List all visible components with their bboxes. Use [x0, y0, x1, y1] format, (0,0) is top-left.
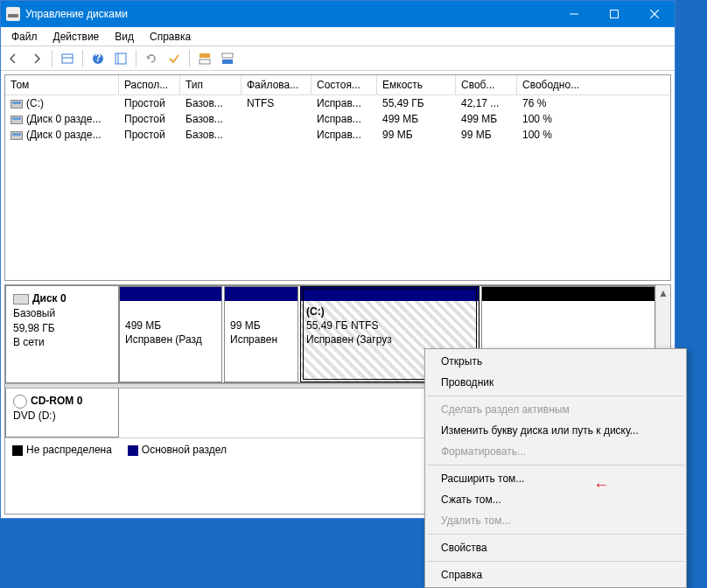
menu-view[interactable]: Вид [108, 29, 141, 45]
ctx-explorer[interactable]: Проводник [425, 372, 686, 393]
separator [136, 50, 136, 67]
disk-icon [13, 294, 29, 304]
col-fs[interactable]: Файлова... [242, 75, 312, 94]
cell-free: 499 МБ [456, 111, 517, 127]
part-status: Исправен [230, 332, 292, 346]
cell-free: 99 МБ [456, 127, 517, 143]
partition-bar [225, 287, 298, 301]
list-bottom-button[interactable] [218, 49, 237, 68]
back-button[interactable] [4, 49, 24, 68]
volume-row[interactable]: (C:) Простой Базов... NTFS Исправ... 55,… [5, 95, 670, 111]
volume-name: (Диск 0 разде... [26, 113, 102, 125]
cell-layout: Простой [119, 127, 180, 143]
col-type[interactable]: Тип [180, 75, 242, 94]
swatch-unallocated [12, 445, 23, 456]
volume-icon [10, 116, 23, 124]
ctx-properties[interactable]: Свойства [425, 537, 686, 558]
legend-unallocated: Не распределена [26, 444, 112, 456]
svg-text:?: ? [94, 52, 101, 64]
window-buttons [554, 1, 675, 27]
ctx-separator [427, 534, 684, 535]
disk-title: Диск 0 [32, 292, 66, 304]
svg-rect-11 [200, 60, 210, 64]
volume-icon [10, 100, 23, 108]
ctx-extend-volume[interactable]: Расширить том... [425, 468, 686, 489]
cell-status: Исправ... [312, 127, 377, 143]
svg-rect-10 [200, 53, 210, 58]
volume-name: (Диск 0 разде... [26, 129, 102, 141]
partition-1[interactable]: 499 МБ Исправен (Разд [119, 286, 222, 382]
svg-rect-1 [611, 10, 619, 18]
svg-rect-13 [222, 60, 233, 64]
ctx-change-letter[interactable]: Изменить букву диска или путь к диску... [425, 420, 686, 441]
volume-icon [10, 131, 23, 140]
check-button[interactable] [164, 49, 184, 68]
cdrom-label[interactable]: CD-ROM 0 DVD (D:) [5, 388, 119, 438]
cell-layout: Простой [119, 95, 180, 111]
disk-0-label[interactable]: Диск 0 Базовый 59,98 ГБ В сети [5, 285, 119, 383]
col-status[interactable]: Состоя... [312, 75, 377, 94]
annotation-arrow-icon: ← [593, 476, 609, 494]
minimize-button[interactable] [554, 1, 594, 27]
cdrom-title: CD-ROM 0 [31, 395, 82, 407]
scroll-up-button[interactable]: ▲ [656, 285, 670, 300]
cell-status: Исправ... [312, 95, 377, 111]
menu-action[interactable]: Действие [46, 29, 107, 45]
legend-primary: Основной раздел [142, 444, 227, 456]
cell-type: Базов... [180, 127, 242, 143]
cell-capacity: 99 МБ [377, 127, 456, 143]
cell-layout: Простой [119, 111, 180, 127]
ctx-open[interactable]: Открыть [425, 351, 686, 372]
cell-type: Базов... [180, 111, 242, 127]
separator [82, 50, 83, 67]
ctx-delete-volume: Удалить том... [425, 510, 686, 531]
ctx-separator [427, 465, 684, 466]
list-top-button[interactable] [195, 49, 214, 68]
svg-rect-12 [222, 53, 233, 58]
svg-rect-4 [62, 54, 73, 63]
cell-fs [242, 111, 312, 127]
separator [52, 50, 52, 67]
disk-size: 59,98 ГБ [13, 321, 111, 336]
partition-2[interactable]: 99 МБ Исправен [224, 286, 298, 382]
settings-button[interactable] [111, 49, 130, 68]
cell-fs: NTFS [242, 95, 312, 111]
cell-status: Исправ... [312, 111, 377, 127]
volume-rows: (C:) Простой Базов... NTFS Исправ... 55,… [5, 95, 670, 280]
part-status: Исправен (Загруз [306, 332, 473, 346]
forward-button[interactable] [27, 49, 46, 68]
close-button[interactable] [634, 1, 675, 27]
toolbar: ? [1, 46, 675, 71]
titlebar[interactable]: Управление дисками [1, 1, 675, 27]
volume-list[interactable]: Том Распол... Тип Файлова... Состоя... Е… [4, 74, 671, 281]
view-button[interactable] [58, 49, 77, 68]
col-freepct[interactable]: Свободно... [517, 75, 670, 94]
menubar: Файл Действие Вид Справка [1, 27, 675, 46]
ctx-shrink-volume[interactable]: Сжать том... [425, 489, 686, 510]
cell-freepct: 76 % [517, 95, 670, 111]
ctx-help[interactable]: Справка [425, 564, 686, 585]
part-size: 55,49 ГБ NTFS [306, 318, 473, 332]
context-menu: Открыть Проводник Сделать раздел активны… [424, 348, 687, 588]
cell-capacity: 499 МБ [377, 111, 456, 127]
volume-name: (C:) [26, 97, 44, 109]
col-layout[interactable]: Распол... [119, 75, 180, 94]
cell-fs [242, 127, 312, 143]
volume-row[interactable]: (Диск 0 разде... Простой Базов... Исправ… [5, 127, 670, 143]
menu-help[interactable]: Справка [143, 29, 198, 45]
partition-bar [301, 287, 479, 301]
col-free[interactable]: Своб... [456, 75, 517, 94]
ctx-make-active: Сделать раздел активным [425, 399, 686, 420]
col-volume[interactable]: Том [5, 75, 119, 94]
refresh-button[interactable] [142, 49, 161, 68]
col-capacity[interactable]: Емкость [377, 75, 456, 94]
part-label: (C:) [306, 305, 325, 318]
volume-row[interactable]: (Диск 0 разде... Простой Базов... Исправ… [5, 111, 670, 127]
help-button[interactable]: ? [88, 49, 108, 68]
ctx-separator [427, 396, 684, 396]
cdrom-sub: DVD (D:) [13, 409, 111, 424]
menu-file[interactable]: Файл [4, 29, 45, 45]
swatch-primary [128, 445, 138, 456]
maximize-button[interactable] [594, 1, 634, 27]
separator [189, 50, 190, 67]
